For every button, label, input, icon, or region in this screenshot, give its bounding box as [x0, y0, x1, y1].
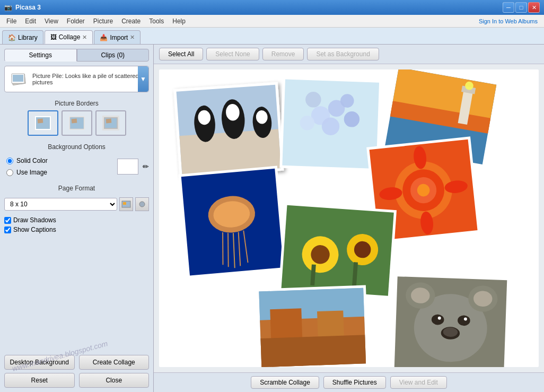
svg-rect-8 — [71, 119, 77, 124]
bg-option-image: Use Image — [6, 169, 117, 176]
svg-rect-4 — [36, 117, 50, 129]
main-container: Settings Clips (0) Picture Pile: Looks l… — [0, 45, 544, 392]
show-captions-label: Show Captions — [13, 226, 56, 233]
menu-file[interactable]: File — [2, 16, 21, 26]
import-tab-close[interactable]: ✕ — [130, 34, 135, 41]
desktop-bg-button[interactable]: Desktop Background — [4, 355, 75, 370]
bg-image-label: Use Image — [16, 169, 47, 176]
view-and-edit-button[interactable]: View and Edit — [390, 376, 447, 389]
tab-import-label: Import — [110, 34, 128, 41]
shuffle-pictures-button[interactable]: Shuffle Pictures — [323, 376, 386, 389]
select-all-button[interactable]: Select All — [159, 48, 203, 60]
picture-borders-label: Picture Borders — [4, 100, 149, 107]
format-row: 4 x 6 5 x 7 8 x 10 Letter A4 — [4, 197, 149, 211]
border-option-none[interactable] — [28, 110, 58, 136]
restore-button[interactable]: □ — [515, 2, 527, 13]
show-captions-row: Show Captions — [4, 226, 149, 233]
format-portrait-btn[interactable] — [135, 197, 149, 211]
tab-collage-label: Collage — [59, 33, 81, 41]
menu-tools[interactable]: Tools — [145, 16, 168, 26]
draw-shadows-checkbox[interactable] — [4, 217, 11, 224]
remove-button[interactable]: Remove — [262, 48, 304, 60]
border-option-thin[interactable] — [62, 110, 92, 136]
reset-button[interactable]: Reset — [4, 373, 75, 388]
panel-tab-settings[interactable]: Settings — [4, 49, 77, 62]
bottom-buttons: Desktop Background Create Collage Reset … — [4, 355, 149, 388]
bg-image-radio[interactable] — [6, 169, 13, 176]
menu-items: File Edit View Folder Picture Create Too… — [2, 16, 190, 26]
select-none-button[interactable]: Select None — [206, 48, 259, 60]
menu-view[interactable]: View — [40, 16, 63, 26]
tabs-bar: 🏠 Library 🖼 Collage ✕ 📥 Import ✕ — [0, 28, 544, 45]
menu-help[interactable]: Help — [168, 16, 190, 26]
collage-tab-close[interactable]: ✕ — [82, 34, 87, 41]
page-format-select[interactable]: 4 x 6 5 x 7 8 x 10 Letter A4 — [4, 198, 117, 211]
tab-library[interactable]: 🏠 Library — [2, 30, 43, 44]
collage-canvas — [159, 69, 539, 367]
app-icon: 📷 — [4, 4, 12, 11]
svg-point-14 — [139, 202, 145, 207]
draw-shadows-row: Draw Shadows — [4, 216, 149, 224]
bg-options-row: Solid Color Use Image ✏ — [4, 156, 149, 177]
close-button[interactable]: Close — [79, 373, 150, 388]
create-collage-button[interactable]: Create Collage — [79, 355, 150, 370]
pile-selector[interactable]: Picture Pile: Looks like a pile of scatt… — [4, 66, 149, 92]
menu-edit[interactable]: Edit — [21, 16, 40, 26]
pile-dropdown-arrow[interactable]: ▼ — [138, 66, 148, 92]
minimize-button[interactable]: ─ — [503, 2, 514, 13]
app-title: Picasa 3 — [15, 4, 41, 11]
import-tab-icon: 📥 — [100, 34, 108, 41]
svg-rect-75 — [260, 335, 366, 367]
pile-description: Picture Pile: Looks like a pile of scatt… — [32, 73, 144, 85]
collage-bottom: Scramble Collage Shuffle Pictures View a… — [154, 372, 544, 392]
menu-picture[interactable]: Picture — [89, 16, 117, 26]
bg-solid-radio[interactable] — [6, 158, 13, 164]
sign-in-link[interactable]: Sign In to Web Albums — [479, 18, 538, 24]
right-panel: Select All Select None Remove Set as Bac… — [154, 45, 544, 392]
library-icon: 🏠 — [8, 34, 16, 41]
show-captions-checkbox[interactable] — [4, 227, 11, 233]
collage-tab-icon: 🖼 — [50, 33, 57, 41]
color-swatch[interactable] — [117, 159, 138, 175]
tab-library-label: Library — [18, 34, 38, 41]
border-options — [4, 110, 149, 136]
left-panel: Settings Clips (0) Picture Pile: Looks l… — [0, 45, 154, 392]
svg-rect-3 — [13, 75, 23, 82]
svg-rect-11 — [106, 119, 111, 124]
close-window-button[interactable]: ✕ — [528, 2, 540, 13]
btn-row-1: Desktop Background Create Collage — [4, 355, 149, 370]
eyedropper-icon[interactable]: ✏ — [143, 162, 149, 171]
collage-toolbar: Select All Select None Remove Set as Bac… — [154, 45, 544, 64]
format-landscape-btn[interactable] — [119, 197, 133, 211]
bg-option-solid: Solid Color — [6, 157, 117, 164]
collage-area — [159, 69, 539, 367]
bg-solid-label: Solid Color — [16, 157, 48, 164]
title-bar-left: 📷 Picasa 3 — [4, 4, 41, 11]
pile-icon — [9, 69, 28, 89]
tab-collage[interactable]: 🖼 Collage ✕ — [45, 30, 93, 44]
svg-rect-13 — [123, 202, 126, 205]
title-bar: 📷 Picasa 3 ─ □ ✕ — [0, 0, 544, 15]
panel-tabs: Settings Clips (0) — [4, 49, 149, 62]
menu-bar: File Edit View Folder Picture Create Too… — [0, 15, 544, 28]
border-option-thick[interactable] — [95, 110, 126, 136]
set-as-background-button[interactable]: Set as Background — [307, 48, 379, 60]
scramble-collage-button[interactable]: Scramble Collage — [251, 376, 319, 389]
page-format-label: Page Format — [4, 185, 149, 192]
title-bar-controls: ─ □ ✕ — [503, 2, 540, 13]
svg-rect-5 — [37, 119, 43, 124]
draw-shadows-label: Draw Shadows — [13, 216, 56, 224]
btn-row-2: Reset Close — [4, 373, 149, 388]
tab-import[interactable]: 📥 Import ✕ — [94, 30, 141, 44]
menu-create[interactable]: Create — [117, 16, 145, 26]
panel-tab-clips[interactable]: Clips (0) — [77, 49, 150, 62]
menu-folder[interactable]: Folder — [63, 16, 89, 26]
background-options-label: Background Options — [4, 143, 149, 151]
